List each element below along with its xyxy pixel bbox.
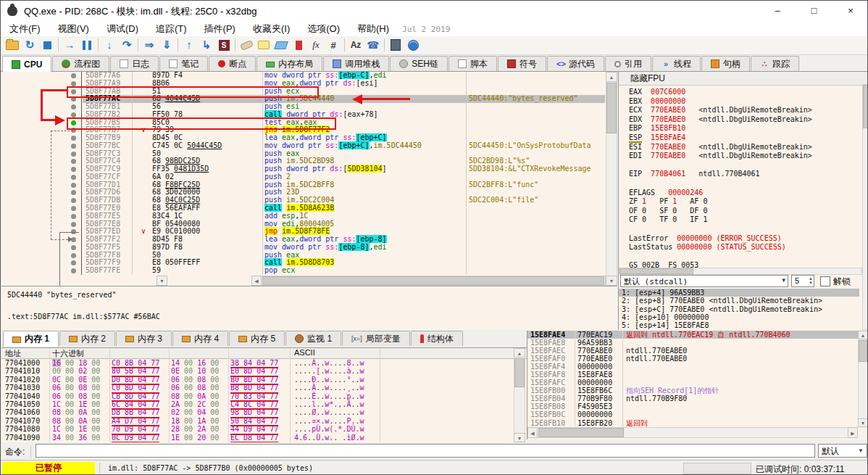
hash-button[interactable]: # bbox=[325, 36, 342, 54]
regs-vscroll-thumb[interactable] bbox=[863, 85, 868, 128]
stack-hscroll-right[interactable]: ▶ bbox=[848, 427, 858, 438]
dump-vscroll-thumb[interactable] bbox=[514, 358, 525, 387]
stack-rows[interactable]: 15E8FAE4770EAC19返回到 ntdll.770EAC19 自 ntd… bbox=[527, 331, 868, 427]
maximize-button[interactable]: □ bbox=[798, 1, 831, 21]
dump-row[interactable]: 7704109034 00 36 000C D9 04 771E 00 20 0… bbox=[1, 434, 527, 442]
stack-row[interactable]: 15E8FB04770B9F80ntdll.770B9F80 bbox=[527, 395, 868, 402]
register-line[interactable]: EFLAGS 00000246 bbox=[629, 189, 812, 198]
dump-row[interactable]: 7704103006 00 08 00C0 8D 04 7706 00 08 0… bbox=[1, 384, 527, 392]
minimize-button[interactable]: – bbox=[761, 1, 794, 21]
patches-button[interactable] bbox=[238, 36, 255, 54]
dump-row[interactable]: 7704107008 00 0A 00A4 D7 04 7718 00 1A 0… bbox=[1, 417, 527, 425]
run-to-user-code-button[interactable]: ↳ bbox=[198, 36, 215, 54]
scylla-button[interactable]: S bbox=[215, 36, 233, 54]
labels-button[interactable] bbox=[272, 36, 290, 54]
disasm-row[interactable]: 5D8F77FE59pop ecx bbox=[1, 267, 617, 275]
step-over-button[interactable]: ↷ bbox=[118, 36, 135, 54]
dump-byte-group[interactable]: 2A 00 2C 00 bbox=[171, 400, 219, 408]
tab-句柄[interactable]: 句柄 bbox=[701, 56, 750, 71]
stop-button[interactable] bbox=[38, 36, 56, 54]
menu-item[interactable]: 视图(V) bbox=[49, 21, 98, 37]
stack-row[interactable]: 15E8FAFC00000000 bbox=[527, 379, 868, 387]
register-line[interactable]: EAX 007C6000 bbox=[629, 88, 812, 97]
stack-row[interactable]: 15E8FB0015E8FB6C指向SEH_Record[1]的指针 bbox=[527, 387, 868, 395]
stack-row[interactable]: 15E8FB0C00000000 bbox=[527, 410, 868, 418]
register-line[interactable]: EBX 00000000 bbox=[629, 97, 812, 107]
stack-vscroll-down[interactable]: ▼ bbox=[858, 418, 868, 427]
row-dot-icon[interactable] bbox=[71, 73, 76, 78]
tab-调用堆栈[interactable]: 调用堆栈 bbox=[323, 56, 389, 71]
dump-pointer-group[interactable]: 0C D9 04 77 bbox=[112, 434, 159, 442]
update-button[interactable] bbox=[404, 36, 422, 54]
arguments-list[interactable]: 1: [esp+4] 96A59BB32: [esp+8] 770EABE0 <… bbox=[619, 289, 859, 329]
dump-tab-内存 1[interactable]: 内存 1 bbox=[3, 331, 59, 347]
dump-row[interactable]: 7704106008 00 0A 00D8 8B 04 7702 00 04 0… bbox=[1, 408, 527, 416]
stack-hscroll-left[interactable]: ◀ bbox=[527, 427, 538, 438]
disassembly-panel[interactable]: 5D8F77A6897D F4mov dword ptr ss:[ebp-C],… bbox=[1, 72, 617, 286]
tab-流程图[interactable]: 流程图 bbox=[52, 56, 109, 71]
command-input[interactable] bbox=[36, 444, 815, 458]
argument-row[interactable]: 2: [esp+8] 770EABE0 <ntdll.DbgUiRemoteBr… bbox=[619, 297, 859, 305]
dump-byte-group[interactable]: 06 00 08 00 bbox=[171, 384, 219, 392]
register-line[interactable]: LastStatus 00000000 (STATUS_SUCCESS) bbox=[629, 243, 812, 252]
dump-byte-group[interactable]: 08 00 0A 00 bbox=[52, 417, 100, 425]
disasm-vscroll-down[interactable]: ▼ bbox=[606, 276, 617, 286]
menu-item[interactable]: 收藏夹(I) bbox=[244, 21, 299, 37]
register-line[interactable]: EBP 15E8FB10 bbox=[629, 124, 812, 133]
dump-row[interactable]: 770410501C 00 1E 006C 84 04 772A 00 2C 0… bbox=[1, 400, 527, 408]
row-dot-icon[interactable] bbox=[71, 81, 76, 86]
dump-row[interactable]: 7704100016 00 18 00C0 8B 04 7714 00 16 0… bbox=[1, 359, 527, 367]
tab-源代码[interactable]: <>源代码 bbox=[547, 56, 604, 71]
dump-rows[interactable]: 7704100016 00 18 00C0 8B 04 7714 00 16 0… bbox=[1, 359, 527, 442]
stack-vscroll-thumb[interactable] bbox=[859, 340, 867, 362]
dump-row[interactable]: 7704104006 00 08 00C8 8D 04 7708 00 0A 0… bbox=[1, 392, 527, 400]
hide-fpu-button[interactable]: 隐藏FPU bbox=[619, 72, 868, 86]
stack-row[interactable]: 15E8FAF400000000 bbox=[527, 363, 868, 371]
argument-row[interactable]: 1: [esp+4] 96A59BB3 bbox=[619, 289, 859, 297]
tab-线程[interactable]: »线程 bbox=[652, 56, 701, 71]
disasm-row[interactable]: 5D8F77F5897D F8mov dword ptr ss:[ebp-8],… bbox=[1, 244, 617, 252]
calling-convention-dropdown[interactable]: 默认 (stdcall)▼ bbox=[620, 275, 788, 287]
register-line[interactable]: EIP 770B4061 ntdll.770B4061 bbox=[629, 170, 812, 179]
dump-tab-内存 5[interactable]: 内存 5 bbox=[229, 331, 285, 346]
menu-item[interactable]: 选项(O) bbox=[299, 21, 349, 37]
register-line[interactable] bbox=[629, 161, 812, 170]
stack-row[interactable]: 15E8FB1015E8FB20返回到 bbox=[527, 419, 868, 427]
unlock-checkbox[interactable] bbox=[820, 276, 830, 286]
tab-笔记[interactable]: 笔记 bbox=[159, 56, 208, 71]
calculator-button[interactable] bbox=[387, 36, 404, 54]
disasm-vscroll-thumb[interactable] bbox=[606, 83, 617, 133]
stack-vscroll-up[interactable]: ▲ bbox=[858, 331, 868, 339]
tab-SEH链[interactable]: SEH链 bbox=[390, 56, 448, 71]
dump-byte-group[interactable]: 02 00 04 00 bbox=[171, 408, 219, 416]
argument-row[interactable]: 5: [esp+14] 15E8FAE8 bbox=[619, 321, 859, 329]
argument-row[interactable]: 4: [esp+10] 00000000 bbox=[619, 313, 859, 321]
tab-脚本[interactable]: 脚本 bbox=[448, 56, 497, 71]
step-into-button[interactable]: ↓ bbox=[101, 36, 118, 54]
dump-byte-group[interactable]: 06 00 08 00 bbox=[52, 384, 100, 392]
register-line[interactable]: EDI 770EABE0 <ntdll.DbgUiRemoteBreakin> bbox=[629, 152, 812, 161]
stack-row[interactable]: 15E8FAE4770EAC19返回到 ntdll.770EAC19 自 ntd… bbox=[527, 331, 868, 339]
menu-item[interactable]: 文件(F) bbox=[1, 21, 49, 37]
run-to-cursor-button[interactable]: ⇒ bbox=[141, 36, 158, 54]
dump-row[interactable]: 7704101000 00 02 0080 5B 04 770E 00 10 0… bbox=[1, 367, 527, 375]
register-line[interactable]: ESP 15E8FAE4 bbox=[629, 133, 812, 143]
dump-byte-group[interactable]: 00 00 02 00 bbox=[52, 367, 100, 375]
dump-byte-group[interactable]: 28 00 2A 00 bbox=[171, 425, 219, 433]
execute-till-return-button[interactable]: ⇓ bbox=[158, 36, 175, 54]
dump-byte-group[interactable]: 34 00 36 00 bbox=[52, 434, 100, 442]
dump-byte-group[interactable]: 06 00 08 00 bbox=[52, 392, 100, 400]
disasm-vscroll-up[interactable]: ▲ bbox=[606, 72, 617, 82]
dump-byte-group[interactable]: 1C 00 1E 00 bbox=[52, 400, 100, 408]
stack-row[interactable]: 15E8FAE896A59BB3 bbox=[527, 339, 868, 347]
stack-hscroll-thumb[interactable] bbox=[538, 428, 624, 437]
font-button[interactable]: Az bbox=[347, 36, 364, 54]
dump-byte-group[interactable]: 16 00 18 00 bbox=[52, 359, 100, 367]
menu-item[interactable]: 帮助(H) bbox=[349, 21, 398, 37]
bookmarks-button[interactable] bbox=[290, 36, 307, 54]
pause-button[interactable] bbox=[78, 36, 96, 54]
register-line[interactable]: CF 0 TF 0 IF 1 bbox=[629, 215, 812, 225]
dump-pointer-group[interactable]: EC D8 04 77 bbox=[230, 434, 278, 442]
command-type-dropdown[interactable]: 默认▼ bbox=[818, 444, 867, 458]
register-line[interactable]: ZF 1 PF 1 AF 0 bbox=[629, 197, 812, 207]
